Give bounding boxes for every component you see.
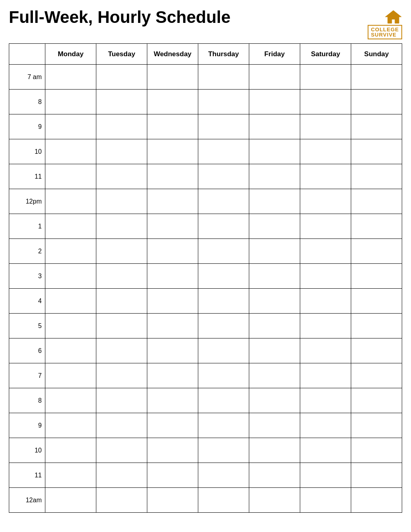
schedule-cell[interactable] [351, 363, 402, 388]
schedule-cell[interactable] [45, 90, 96, 114]
schedule-cell[interactable] [351, 264, 402, 289]
schedule-cell[interactable] [300, 438, 351, 463]
schedule-cell[interactable] [351, 114, 402, 139]
schedule-cell[interactable] [45, 314, 96, 338]
schedule-cell[interactable] [351, 388, 402, 413]
schedule-cell[interactable] [351, 463, 402, 488]
schedule-cell[interactable] [300, 463, 351, 488]
schedule-cell[interactable] [249, 114, 300, 139]
schedule-cell[interactable] [45, 438, 96, 463]
schedule-cell[interactable] [351, 289, 402, 314]
schedule-cell[interactable] [96, 114, 147, 139]
schedule-cell[interactable] [147, 90, 198, 114]
schedule-cell[interactable] [351, 488, 402, 513]
schedule-cell[interactable] [249, 488, 300, 513]
schedule-cell[interactable] [45, 264, 96, 289]
schedule-cell[interactable] [96, 65, 147, 90]
schedule-cell[interactable] [198, 388, 249, 413]
schedule-cell[interactable] [249, 90, 300, 114]
schedule-cell[interactable] [45, 338, 96, 363]
schedule-cell[interactable] [351, 189, 402, 214]
schedule-cell[interactable] [147, 314, 198, 338]
schedule-cell[interactable] [249, 338, 300, 363]
schedule-cell[interactable] [45, 65, 96, 90]
schedule-cell[interactable] [96, 239, 147, 264]
schedule-cell[interactable] [300, 289, 351, 314]
schedule-cell[interactable] [96, 139, 147, 164]
schedule-cell[interactable] [96, 164, 147, 189]
schedule-cell[interactable] [96, 363, 147, 388]
schedule-cell[interactable] [198, 90, 249, 114]
schedule-cell[interactable] [300, 388, 351, 413]
schedule-cell[interactable] [300, 90, 351, 114]
schedule-cell[interactable] [96, 90, 147, 114]
schedule-cell[interactable] [249, 189, 300, 214]
schedule-cell[interactable] [45, 463, 96, 488]
schedule-cell[interactable] [198, 114, 249, 139]
schedule-cell[interactable] [300, 239, 351, 264]
schedule-cell[interactable] [45, 164, 96, 189]
schedule-cell[interactable] [351, 413, 402, 438]
schedule-cell[interactable] [96, 338, 147, 363]
schedule-cell[interactable] [147, 338, 198, 363]
schedule-cell[interactable] [45, 214, 96, 239]
schedule-cell[interactable] [249, 139, 300, 164]
schedule-cell[interactable] [198, 164, 249, 189]
schedule-cell[interactable] [147, 488, 198, 513]
schedule-cell[interactable] [198, 239, 249, 264]
schedule-cell[interactable] [351, 314, 402, 338]
schedule-cell[interactable] [96, 264, 147, 289]
schedule-cell[interactable] [249, 438, 300, 463]
schedule-cell[interactable] [249, 388, 300, 413]
schedule-cell[interactable] [45, 388, 96, 413]
schedule-cell[interactable] [198, 363, 249, 388]
schedule-cell[interactable] [147, 438, 198, 463]
schedule-cell[interactable] [351, 90, 402, 114]
schedule-cell[interactable] [147, 239, 198, 264]
schedule-cell[interactable] [300, 413, 351, 438]
schedule-cell[interactable] [249, 264, 300, 289]
schedule-cell[interactable] [249, 164, 300, 189]
schedule-cell[interactable] [96, 214, 147, 239]
schedule-cell[interactable] [198, 65, 249, 90]
schedule-cell[interactable] [249, 214, 300, 239]
schedule-cell[interactable] [351, 214, 402, 239]
schedule-cell[interactable] [351, 338, 402, 363]
schedule-cell[interactable] [351, 65, 402, 90]
schedule-cell[interactable] [300, 314, 351, 338]
schedule-cell[interactable] [249, 463, 300, 488]
schedule-cell[interactable] [147, 114, 198, 139]
schedule-cell[interactable] [300, 139, 351, 164]
schedule-cell[interactable] [45, 239, 96, 264]
schedule-cell[interactable] [96, 388, 147, 413]
schedule-cell[interactable] [45, 189, 96, 214]
schedule-cell[interactable] [45, 363, 96, 388]
schedule-cell[interactable] [300, 264, 351, 289]
schedule-cell[interactable] [351, 164, 402, 189]
schedule-cell[interactable] [300, 363, 351, 388]
schedule-cell[interactable] [300, 164, 351, 189]
schedule-cell[interactable] [300, 189, 351, 214]
schedule-cell[interactable] [96, 463, 147, 488]
schedule-cell[interactable] [198, 463, 249, 488]
schedule-cell[interactable] [198, 289, 249, 314]
schedule-cell[interactable] [300, 488, 351, 513]
schedule-cell[interactable] [249, 363, 300, 388]
schedule-cell[interactable] [45, 139, 96, 164]
schedule-cell[interactable] [147, 289, 198, 314]
schedule-cell[interactable] [45, 289, 96, 314]
schedule-cell[interactable] [300, 114, 351, 139]
schedule-cell[interactable] [96, 488, 147, 513]
schedule-cell[interactable] [249, 65, 300, 90]
schedule-cell[interactable] [198, 314, 249, 338]
schedule-cell[interactable] [147, 363, 198, 388]
schedule-cell[interactable] [198, 338, 249, 363]
schedule-cell[interactable] [96, 438, 147, 463]
schedule-cell[interactable] [300, 338, 351, 363]
schedule-cell[interactable] [198, 488, 249, 513]
schedule-cell[interactable] [147, 413, 198, 438]
schedule-cell[interactable] [198, 139, 249, 164]
schedule-cell[interactable] [147, 189, 198, 214]
schedule-cell[interactable] [198, 214, 249, 239]
schedule-cell[interactable] [198, 438, 249, 463]
